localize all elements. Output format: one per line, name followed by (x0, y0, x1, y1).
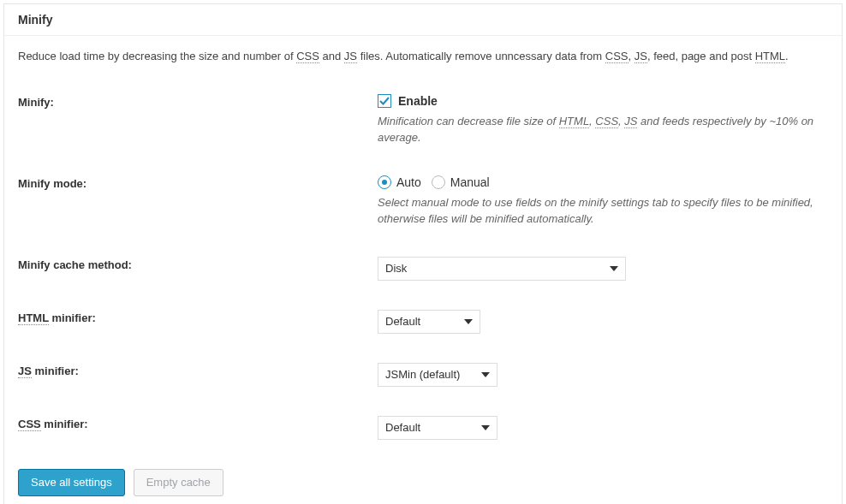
abbr-html: HTML (18, 311, 49, 325)
text: minifier: (49, 311, 96, 324)
label-css-minifier: CSS minifier: (18, 411, 378, 464)
enable-label[interactable]: Enable (398, 94, 438, 108)
label-html-minifier: HTML minifier: (18, 305, 378, 358)
minify-panel: Minify Reduce load time by decreasing th… (3, 3, 843, 504)
abbr-css: CSS (605, 50, 629, 63)
panel-body: Reduce load time by decreasing the size … (4, 36, 842, 504)
abbr-html: HTML (755, 50, 785, 63)
abbr-js: JS (634, 50, 647, 63)
abbr-css: CSS (595, 115, 618, 128)
panel-title: Minify (4, 4, 842, 36)
checkmark-icon (379, 96, 390, 106)
manual-label[interactable]: Manual (450, 175, 490, 189)
auto-label[interactable]: Auto (396, 175, 421, 189)
enable-checkbox[interactable] (378, 94, 391, 108)
abbr-css: CSS (296, 50, 319, 63)
enable-checkbox-row: Enable (378, 94, 828, 108)
abbr-css: CSS (18, 418, 41, 431)
row-minify-mode: Minify mode: Auto Manual Select manual m… (18, 170, 828, 252)
css-minifier-select[interactable]: Default (378, 416, 497, 440)
empty-cache-button[interactable]: Empty cache (134, 469, 223, 496)
row-js-minifier: JS minifier: JSMin (default) (18, 358, 828, 411)
radio-auto[interactable] (378, 175, 391, 189)
text: . (785, 50, 789, 62)
text: files. Automatically remove unncessary d… (357, 50, 605, 62)
intro-text: Reduce load time by decreasing the size … (18, 48, 828, 65)
button-row: Save all settings Empty cache (18, 469, 828, 496)
minify-help: Minification can decrease file size of H… (378, 113, 823, 146)
abbr-js: JS (624, 115, 637, 128)
text: minifier: (32, 365, 79, 377)
label-cache-method: Minify cache method: (18, 252, 378, 305)
abbr-js: JS (18, 365, 32, 378)
radio-manual[interactable] (432, 175, 445, 189)
html-minifier-select[interactable]: Default (378, 310, 480, 334)
js-minifier-select[interactable]: JSMin (default) (378, 363, 497, 387)
text: and (319, 50, 344, 62)
row-css-minifier: CSS minifier: Default (18, 411, 828, 464)
text: , (629, 50, 634, 62)
mode-help: Select manual mode to use fields on the … (378, 194, 823, 228)
row-html-minifier: HTML minifier: Default (18, 305, 828, 358)
save-all-settings-button[interactable]: Save all settings (18, 469, 125, 496)
abbr-html: HTML (559, 115, 589, 128)
row-minify: Minify: Enable Minification can decrease… (18, 89, 828, 170)
label-minify: Minify: (18, 89, 378, 170)
text: Reduce load time by decreasing the size … (18, 50, 296, 62)
label-js-minifier: JS minifier: (18, 358, 378, 411)
text: minifier: (41, 418, 88, 430)
row-cache-method: Minify cache method: Disk (18, 252, 828, 305)
abbr-js: JS (344, 50, 357, 63)
text: , feed, page and post (647, 50, 755, 62)
cache-method-select[interactable]: Disk (378, 257, 626, 281)
settings-table: Minify: Enable Minification can decrease… (18, 89, 828, 464)
radio-dot-icon (382, 180, 387, 185)
mode-radio-group: Auto Manual (378, 175, 828, 189)
text: Minification can decrease file size of (378, 115, 559, 127)
label-minify-mode: Minify mode: (18, 170, 378, 252)
